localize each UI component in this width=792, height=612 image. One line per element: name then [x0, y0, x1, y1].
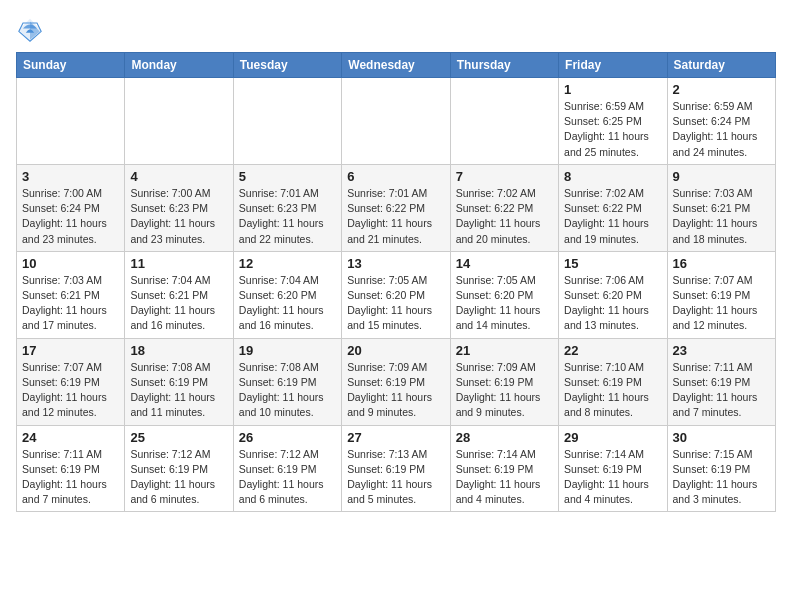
day-info: Sunrise: 7:04 AM Sunset: 6:20 PM Dayligh…	[239, 273, 336, 334]
calendar: SundayMondayTuesdayWednesdayThursdayFrid…	[16, 52, 776, 512]
day-info: Sunrise: 7:12 AM Sunset: 6:19 PM Dayligh…	[130, 447, 227, 508]
day-number: 8	[564, 169, 661, 184]
day-number: 28	[456, 430, 553, 445]
day-cell	[233, 78, 341, 165]
day-number: 29	[564, 430, 661, 445]
day-number: 1	[564, 82, 661, 97]
header	[16, 16, 776, 44]
day-cell: 23Sunrise: 7:11 AM Sunset: 6:19 PM Dayli…	[667, 338, 775, 425]
logo-icon	[16, 16, 44, 44]
day-info: Sunrise: 7:05 AM Sunset: 6:20 PM Dayligh…	[347, 273, 444, 334]
day-cell: 15Sunrise: 7:06 AM Sunset: 6:20 PM Dayli…	[559, 251, 667, 338]
day-number: 23	[673, 343, 770, 358]
day-info: Sunrise: 7:04 AM Sunset: 6:21 PM Dayligh…	[130, 273, 227, 334]
day-cell: 21Sunrise: 7:09 AM Sunset: 6:19 PM Dayli…	[450, 338, 558, 425]
day-cell: 1Sunrise: 6:59 AM Sunset: 6:25 PM Daylig…	[559, 78, 667, 165]
weekday-header-thursday: Thursday	[450, 53, 558, 78]
day-number: 5	[239, 169, 336, 184]
day-info: Sunrise: 7:06 AM Sunset: 6:20 PM Dayligh…	[564, 273, 661, 334]
weekday-header-saturday: Saturday	[667, 53, 775, 78]
day-cell: 26Sunrise: 7:12 AM Sunset: 6:19 PM Dayli…	[233, 425, 341, 512]
weekday-header-monday: Monday	[125, 53, 233, 78]
day-cell	[342, 78, 450, 165]
day-info: Sunrise: 7:13 AM Sunset: 6:19 PM Dayligh…	[347, 447, 444, 508]
day-info: Sunrise: 7:07 AM Sunset: 6:19 PM Dayligh…	[22, 360, 119, 421]
day-info: Sunrise: 7:05 AM Sunset: 6:20 PM Dayligh…	[456, 273, 553, 334]
day-number: 24	[22, 430, 119, 445]
day-cell: 14Sunrise: 7:05 AM Sunset: 6:20 PM Dayli…	[450, 251, 558, 338]
day-cell: 27Sunrise: 7:13 AM Sunset: 6:19 PM Dayli…	[342, 425, 450, 512]
day-cell: 28Sunrise: 7:14 AM Sunset: 6:19 PM Dayli…	[450, 425, 558, 512]
day-cell: 29Sunrise: 7:14 AM Sunset: 6:19 PM Dayli…	[559, 425, 667, 512]
day-cell: 2Sunrise: 6:59 AM Sunset: 6:24 PM Daylig…	[667, 78, 775, 165]
day-info: Sunrise: 7:11 AM Sunset: 6:19 PM Dayligh…	[22, 447, 119, 508]
week-row-1: 1Sunrise: 6:59 AM Sunset: 6:25 PM Daylig…	[17, 78, 776, 165]
day-cell: 25Sunrise: 7:12 AM Sunset: 6:19 PM Dayli…	[125, 425, 233, 512]
day-number: 30	[673, 430, 770, 445]
day-number: 6	[347, 169, 444, 184]
day-info: Sunrise: 7:03 AM Sunset: 6:21 PM Dayligh…	[22, 273, 119, 334]
day-number: 16	[673, 256, 770, 271]
day-info: Sunrise: 7:15 AM Sunset: 6:19 PM Dayligh…	[673, 447, 770, 508]
day-cell: 4Sunrise: 7:00 AM Sunset: 6:23 PM Daylig…	[125, 164, 233, 251]
day-cell: 8Sunrise: 7:02 AM Sunset: 6:22 PM Daylig…	[559, 164, 667, 251]
day-number: 25	[130, 430, 227, 445]
day-info: Sunrise: 7:09 AM Sunset: 6:19 PM Dayligh…	[347, 360, 444, 421]
day-info: Sunrise: 6:59 AM Sunset: 6:24 PM Dayligh…	[673, 99, 770, 160]
day-number: 2	[673, 82, 770, 97]
day-info: Sunrise: 7:03 AM Sunset: 6:21 PM Dayligh…	[673, 186, 770, 247]
day-cell: 12Sunrise: 7:04 AM Sunset: 6:20 PM Dayli…	[233, 251, 341, 338]
day-cell: 7Sunrise: 7:02 AM Sunset: 6:22 PM Daylig…	[450, 164, 558, 251]
weekday-header-tuesday: Tuesday	[233, 53, 341, 78]
day-info: Sunrise: 7:02 AM Sunset: 6:22 PM Dayligh…	[456, 186, 553, 247]
day-info: Sunrise: 7:00 AM Sunset: 6:24 PM Dayligh…	[22, 186, 119, 247]
week-row-3: 10Sunrise: 7:03 AM Sunset: 6:21 PM Dayli…	[17, 251, 776, 338]
day-cell	[450, 78, 558, 165]
day-number: 11	[130, 256, 227, 271]
day-info: Sunrise: 7:07 AM Sunset: 6:19 PM Dayligh…	[673, 273, 770, 334]
day-number: 12	[239, 256, 336, 271]
day-number: 3	[22, 169, 119, 184]
day-cell: 11Sunrise: 7:04 AM Sunset: 6:21 PM Dayli…	[125, 251, 233, 338]
weekday-header-row: SundayMondayTuesdayWednesdayThursdayFrid…	[17, 53, 776, 78]
day-cell: 13Sunrise: 7:05 AM Sunset: 6:20 PM Dayli…	[342, 251, 450, 338]
day-number: 14	[456, 256, 553, 271]
day-number: 21	[456, 343, 553, 358]
day-number: 19	[239, 343, 336, 358]
day-info: Sunrise: 7:01 AM Sunset: 6:22 PM Dayligh…	[347, 186, 444, 247]
day-number: 26	[239, 430, 336, 445]
day-info: Sunrise: 7:11 AM Sunset: 6:19 PM Dayligh…	[673, 360, 770, 421]
day-cell: 22Sunrise: 7:10 AM Sunset: 6:19 PM Dayli…	[559, 338, 667, 425]
day-info: Sunrise: 7:08 AM Sunset: 6:19 PM Dayligh…	[239, 360, 336, 421]
day-info: Sunrise: 7:09 AM Sunset: 6:19 PM Dayligh…	[456, 360, 553, 421]
day-info: Sunrise: 6:59 AM Sunset: 6:25 PM Dayligh…	[564, 99, 661, 160]
day-cell: 9Sunrise: 7:03 AM Sunset: 6:21 PM Daylig…	[667, 164, 775, 251]
day-number: 18	[130, 343, 227, 358]
day-cell: 17Sunrise: 7:07 AM Sunset: 6:19 PM Dayli…	[17, 338, 125, 425]
logo	[16, 16, 48, 44]
day-cell: 20Sunrise: 7:09 AM Sunset: 6:19 PM Dayli…	[342, 338, 450, 425]
week-row-5: 24Sunrise: 7:11 AM Sunset: 6:19 PM Dayli…	[17, 425, 776, 512]
day-cell: 24Sunrise: 7:11 AM Sunset: 6:19 PM Dayli…	[17, 425, 125, 512]
week-row-4: 17Sunrise: 7:07 AM Sunset: 6:19 PM Dayli…	[17, 338, 776, 425]
day-info: Sunrise: 7:14 AM Sunset: 6:19 PM Dayligh…	[564, 447, 661, 508]
day-info: Sunrise: 7:00 AM Sunset: 6:23 PM Dayligh…	[130, 186, 227, 247]
day-number: 9	[673, 169, 770, 184]
day-cell: 6Sunrise: 7:01 AM Sunset: 6:22 PM Daylig…	[342, 164, 450, 251]
week-row-2: 3Sunrise: 7:00 AM Sunset: 6:24 PM Daylig…	[17, 164, 776, 251]
weekday-header-sunday: Sunday	[17, 53, 125, 78]
weekday-header-friday: Friday	[559, 53, 667, 78]
weekday-header-wednesday: Wednesday	[342, 53, 450, 78]
day-info: Sunrise: 7:14 AM Sunset: 6:19 PM Dayligh…	[456, 447, 553, 508]
day-number: 17	[22, 343, 119, 358]
day-cell: 3Sunrise: 7:00 AM Sunset: 6:24 PM Daylig…	[17, 164, 125, 251]
day-info: Sunrise: 7:01 AM Sunset: 6:23 PM Dayligh…	[239, 186, 336, 247]
day-cell	[125, 78, 233, 165]
day-number: 13	[347, 256, 444, 271]
day-cell: 10Sunrise: 7:03 AM Sunset: 6:21 PM Dayli…	[17, 251, 125, 338]
day-info: Sunrise: 7:12 AM Sunset: 6:19 PM Dayligh…	[239, 447, 336, 508]
day-cell: 30Sunrise: 7:15 AM Sunset: 6:19 PM Dayli…	[667, 425, 775, 512]
day-number: 15	[564, 256, 661, 271]
day-cell: 18Sunrise: 7:08 AM Sunset: 6:19 PM Dayli…	[125, 338, 233, 425]
day-number: 27	[347, 430, 444, 445]
